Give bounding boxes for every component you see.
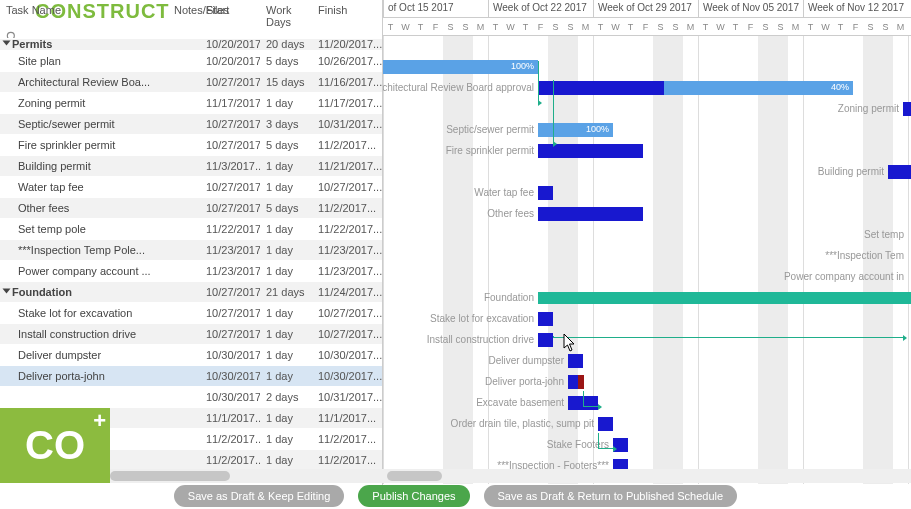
- table-row[interactable]: Architectural Review Boa...10/27/2017...…: [0, 71, 382, 92]
- cell-task[interactable]: Deliver dumpster: [0, 345, 168, 366]
- gantt-bar[interactable]: 100%: [383, 60, 538, 74]
- cell-start[interactable]: 11/23/2017...: [200, 240, 260, 261]
- cell-workdays[interactable]: 5 days: [260, 51, 312, 72]
- table-row[interactable]: Zoning permit11/17/2017...1 day11/17/201…: [0, 92, 382, 113]
- cell-finish[interactable]: 10/27/2017...: [312, 324, 382, 345]
- cell-finish[interactable]: 11/21/2017...: [312, 156, 382, 177]
- table-row[interactable]: Fire sprinkler permit10/27/2017...5 days…: [0, 134, 382, 155]
- table-row[interactable]: ***Inspection Temp Pole...11/23/2017...1…: [0, 239, 382, 260]
- cell-start[interactable]: 10/27/2017...: [200, 324, 260, 345]
- cell-finish[interactable]: 11/1/2017...: [312, 408, 382, 429]
- table-row[interactable]: Septic/sewer permit10/27/2017...3 days10…: [0, 113, 382, 134]
- table-row[interactable]: Deliver dumpster10/30/2017...1 day10/30/…: [0, 344, 382, 365]
- cell-task[interactable]: [0, 387, 168, 408]
- gantt-panel[interactable]: of Oct 15 2017Week of Oct 22 2017Week of…: [383, 0, 911, 485]
- cell-workdays[interactable]: 1 day: [260, 429, 312, 450]
- cell-finish[interactable]: 10/30/2017...: [312, 345, 382, 366]
- cell-finish[interactable]: 11/2/2017...: [312, 198, 382, 219]
- cell-notes[interactable]: [168, 51, 200, 72]
- gantt-bar[interactable]: [538, 292, 911, 304]
- cell-workdays[interactable]: 1 day: [260, 240, 312, 261]
- gantt-bar[interactable]: [538, 312, 553, 326]
- cell-start[interactable]: 10/27/2017...: [200, 114, 260, 135]
- gantt-bar[interactable]: 100%: [538, 123, 613, 137]
- cell-start[interactable]: 10/30/2017...: [200, 345, 260, 366]
- cell-start[interactable]: 10/30/2017...: [200, 387, 260, 408]
- table-row[interactable]: Install construction drive10/27/2017...1…: [0, 323, 382, 344]
- cell-start[interactable]: 10/27/2017...: [200, 72, 260, 93]
- gantt-chart[interactable]: ite planArchitectural Review Board appro…: [383, 36, 911, 484]
- cell-workdays[interactable]: 1 day: [260, 177, 312, 198]
- gantt-bar[interactable]: [888, 165, 911, 179]
- cell-task[interactable]: Stake lot for excavation: [0, 303, 168, 324]
- cell-notes[interactable]: [168, 450, 200, 471]
- cell-finish[interactable]: 10/31/2017...: [312, 114, 382, 135]
- cell-notes[interactable]: [168, 219, 200, 240]
- cell-workdays[interactable]: 1 day: [260, 324, 312, 345]
- cell-start[interactable]: 11/2/2017...: [200, 429, 260, 450]
- cell-workdays[interactable]: 5 days: [260, 135, 312, 156]
- table-row[interactable]: Power company account ...11/23/2017...1 …: [0, 260, 382, 281]
- table-row[interactable]: Deliver porta-john10/30/2017...1 day10/3…: [0, 365, 382, 386]
- cell-start[interactable]: 10/27/2017...: [200, 282, 260, 303]
- grid-scrollbar[interactable]: [100, 469, 383, 483]
- cell-workdays[interactable]: 1 day: [260, 303, 312, 324]
- cell-workdays[interactable]: 21 days: [260, 282, 312, 303]
- cell-notes[interactable]: [168, 135, 200, 156]
- table-row[interactable]: Permits10/20/2017...20 days11/20/2017...: [0, 38, 382, 50]
- cell-notes[interactable]: [168, 72, 200, 93]
- col-task[interactable]: Task Name: [0, 0, 168, 38]
- cell-start[interactable]: 11/3/2017...: [200, 156, 260, 177]
- cell-notes[interactable]: [168, 177, 200, 198]
- cell-notes[interactable]: [168, 324, 200, 345]
- scrollbar-thumb[interactable]: [110, 471, 230, 481]
- cell-workdays[interactable]: 15 days: [260, 72, 312, 93]
- cell-notes[interactable]: [168, 93, 200, 114]
- cell-finish[interactable]: 11/23/2017...: [312, 240, 382, 261]
- cell-start[interactable]: 11/1/2017...: [200, 408, 260, 429]
- table-row[interactable]: Set temp pole11/22/2017...1 day11/22/201…: [0, 218, 382, 239]
- cell-task[interactable]: Water tap fee: [0, 177, 168, 198]
- save-draft-return-button[interactable]: Save as Draft & Return to Published Sche…: [484, 485, 738, 507]
- cell-finish[interactable]: 11/16/2017...: [312, 72, 382, 93]
- cell-finish[interactable]: 10/27/2017...: [312, 303, 382, 324]
- gantt-bar[interactable]: [903, 102, 911, 116]
- table-row[interactable]: Other fees10/27/2017...5 days11/2/2017..…: [0, 197, 382, 218]
- cell-task[interactable]: Power company account ...: [0, 261, 168, 282]
- cell-notes[interactable]: [168, 408, 200, 429]
- cell-workdays[interactable]: 1 day: [260, 366, 312, 387]
- cell-finish[interactable]: 11/2/2017...: [312, 135, 382, 156]
- cell-notes[interactable]: [168, 261, 200, 282]
- cell-task[interactable]: Building permit: [0, 156, 168, 177]
- cell-task[interactable]: Fire sprinkler permit: [0, 135, 168, 156]
- cell-task[interactable]: Zoning permit: [0, 93, 168, 114]
- cell-workdays[interactable]: 1 day: [260, 261, 312, 282]
- cell-task[interactable]: Other fees: [0, 198, 168, 219]
- cell-finish[interactable]: 11/22/2017...: [312, 219, 382, 240]
- cell-workdays[interactable]: 1 day: [260, 93, 312, 114]
- gantt-bar[interactable]: [598, 417, 613, 431]
- cell-finish[interactable]: 10/26/2017...: [312, 51, 382, 72]
- cell-start[interactable]: 10/27/2017...: [200, 303, 260, 324]
- table-row[interactable]: Stake lot for excavation10/27/2017...1 d…: [0, 302, 382, 323]
- cell-finish[interactable]: 10/27/2017...: [312, 177, 382, 198]
- cell-finish[interactable]: 10/30/2017...: [312, 366, 382, 387]
- cell-task[interactable]: Septic/sewer permit: [0, 114, 168, 135]
- save-draft-keep-button[interactable]: Save as Draft & Keep Editing: [174, 485, 344, 507]
- cell-start[interactable]: 11/22/2017...: [200, 219, 260, 240]
- table-row[interactable]: Water tap fee10/27/2017...1 day10/27/201…: [0, 176, 382, 197]
- gantt-bar[interactable]: [538, 333, 553, 347]
- cell-workdays[interactable]: 1 day: [260, 450, 312, 471]
- gantt-bar[interactable]: [538, 207, 643, 221]
- col-start[interactable]: Start: [200, 0, 260, 38]
- cell-task[interactable]: Set temp pole: [0, 219, 168, 240]
- scrollbar-thumb[interactable]: [387, 471, 442, 481]
- cell-finish[interactable]: 11/17/2017...: [312, 93, 382, 114]
- gantt-scrollbar[interactable]: [383, 469, 911, 483]
- cell-workdays[interactable]: 3 days: [260, 114, 312, 135]
- cell-start[interactable]: 11/23/2017...: [200, 261, 260, 282]
- expand-icon[interactable]: [3, 41, 11, 46]
- cell-task[interactable]: Install construction drive: [0, 324, 168, 345]
- gantt-bar[interactable]: [538, 186, 553, 200]
- publish-changes-button[interactable]: Publish Changes: [358, 485, 469, 507]
